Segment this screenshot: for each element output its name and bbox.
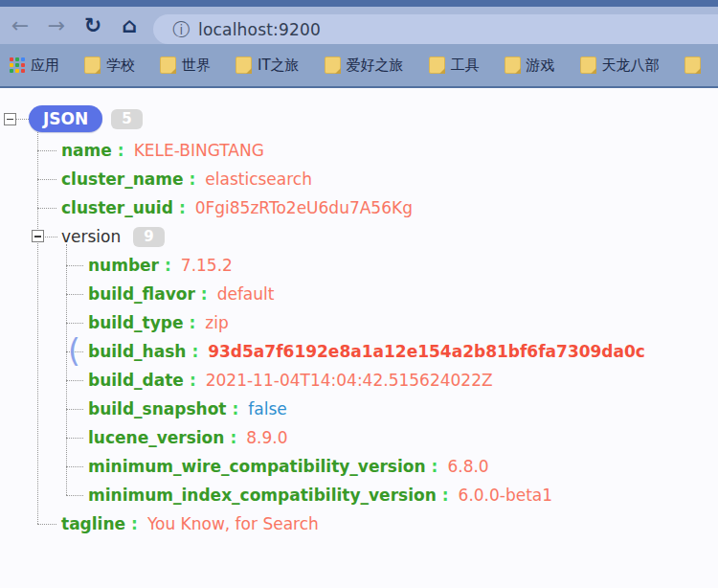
bookmark-item-partial[interactable] [684, 57, 701, 74]
folder-icon [684, 57, 701, 74]
bookmark-label: 学校 [106, 57, 135, 75]
key-value-colon: : [179, 198, 186, 217]
key-value-colon: : [131, 514, 138, 533]
bookmark-item-爱好之旅[interactable]: 爱好之旅 [325, 57, 404, 75]
json-value: 7.15.2 [181, 256, 233, 275]
bookmark-item-应用[interactable]: 应用 [10, 57, 59, 75]
key-value-colon: : [442, 486, 449, 505]
tree-connector [66, 380, 83, 381]
tree-row-tagline: tagline:You Know, for Search [0, 509, 718, 538]
key-value-colon: : [230, 428, 236, 447]
tree-connector [66, 495, 83, 496]
json-value: 8.9.0 [246, 428, 287, 447]
key-value-colon: : [118, 141, 124, 160]
apps-grid-icon [10, 57, 25, 73]
json-value: 6.0.0-beta1 [459, 486, 553, 505]
tree-row-minimum_wire_compatibility_version: minimum_wire_compatibility_version:6.8.0 [0, 452, 718, 481]
tree-row-cluster_name: cluster_name:elasticsearch [0, 165, 718, 193]
folder-icon [505, 57, 521, 74]
tree-connector [37, 524, 56, 525]
bookmark-item-世界[interactable]: 世界 [160, 57, 211, 75]
tree-row-build_snapshot: build_snapshot:false [0, 395, 718, 423]
tree-connector [66, 409, 83, 410]
folder-icon [580, 57, 596, 74]
json-key: cluster_name [61, 170, 183, 189]
bookmark-item-天龙八部[interactable]: 天龙八部 [580, 57, 660, 75]
collapse-toggle-root[interactable] [4, 113, 16, 125]
key-value-colon: : [189, 170, 195, 189]
folder-icon [429, 57, 445, 74]
json-key: build_type [88, 313, 184, 332]
tree-connector [66, 438, 83, 439]
tree-connector [37, 150, 56, 151]
json-key: cluster_uuid [61, 198, 173, 217]
bookmark-label: 游戏 [527, 57, 555, 75]
json-value: false [248, 399, 286, 418]
node-count-badge: 9 [133, 227, 164, 247]
browser-toolbar: ← → ↻ ⌂ ⓘ localhost:9200 [0, 7, 718, 44]
tree-row-number: number:7.15.2 [0, 251, 718, 280]
json-key: number [88, 256, 159, 275]
bookmark-label: 世界 [182, 57, 211, 75]
bookmark-item-IT之旅[interactable]: IT之旅 [236, 57, 300, 75]
bookmarks-bar: 应用学校世界IT之旅爱好之旅工具游戏天龙八部 [0, 44, 718, 88]
tree-connector [16, 119, 29, 120]
json-value: 2021-11-04T14:04:42.515624022Z [206, 371, 493, 390]
collapse-toggle-version[interactable] [32, 230, 44, 242]
bookmark-label: 应用 [31, 57, 59, 75]
key-value-colon: : [190, 371, 196, 390]
url-text: localhost:9200 [198, 20, 321, 39]
bookmark-label: 天龙八部 [602, 57, 660, 75]
tree-row-build_flavor: build_flavor:default [0, 280, 718, 308]
tree-row-build_hash: (build_hash:93d5a7f6192e8a1a12e154a2b81b… [0, 337, 718, 366]
tree-connector [37, 179, 56, 180]
folder-icon [325, 57, 341, 74]
json-value: 0Fgi85zRTo2eU6du7A56Kg [195, 198, 413, 217]
address-bar[interactable]: ⓘ localhost:9200 [153, 14, 718, 44]
tree-connector [37, 208, 56, 209]
root-count-badge: 5 [111, 109, 142, 129]
bracket-highlight-mark: ( [68, 334, 80, 369]
folder-icon [84, 57, 101, 74]
key-value-colon: : [232, 399, 238, 418]
tree-row-minimum_index_compatibility_version: minimum_index_compatibility_version:6.0.… [0, 481, 718, 509]
tree-connector [66, 323, 83, 324]
json-root-badge[interactable]: JSON [29, 105, 102, 132]
bookmark-label: 爱好之旅 [347, 57, 404, 75]
bookmark-item-工具[interactable]: 工具 [429, 57, 480, 75]
bookmark-label: 工具 [451, 57, 480, 75]
tree-row-cluster_uuid: cluster_uuid:0Fgi85zRTo2eU6du7A56Kg [0, 193, 718, 222]
bookmark-item-学校[interactable]: 学校 [84, 57, 135, 75]
bookmark-item-游戏[interactable]: 游戏 [505, 57, 555, 75]
json-value: default [217, 284, 275, 304]
tree-row-build_date: build_date:2021-11-04T14:04:42.515624022… [0, 366, 718, 395]
back-icon[interactable]: ← [8, 15, 33, 36]
json-key: build_snapshot [88, 399, 226, 418]
json-value: zip [205, 313, 228, 332]
json-value: KELE-BINGTANG [134, 141, 264, 160]
tree-connector [66, 466, 83, 467]
tree-node-version: version9 [0, 222, 718, 251]
json-key: tagline [61, 514, 125, 533]
node-label: version [61, 227, 121, 246]
key-value-colon: : [201, 284, 208, 304]
json-key: minimum_index_compatibility_version [88, 486, 437, 505]
tree-row-build_type: build_type:zip [0, 308, 718, 337]
tree-root-row: JSON 5 [4, 105, 143, 132]
refresh-icon[interactable]: ↻ [80, 15, 105, 36]
window-title-strip [0, 0, 718, 7]
key-value-colon: : [165, 256, 171, 275]
site-info-icon[interactable]: ⓘ [172, 21, 190, 38]
json-value: 93d5a7f6192e8a1a12e154a2b81bf6fa7309da0c [208, 342, 645, 361]
key-value-colon: : [191, 342, 198, 361]
tree-row-name: name:KELE-BINGTANG [0, 136, 718, 165]
bookmark-label: IT之旅 [258, 57, 300, 75]
json-key: lucene_version [88, 428, 224, 447]
key-value-colon: : [432, 457, 438, 476]
json-key: build_hash [88, 342, 186, 361]
json-key: minimum_wire_compatibility_version [88, 457, 426, 476]
forward-icon[interactable]: → [44, 15, 69, 36]
home-icon[interactable]: ⌂ [117, 15, 142, 36]
tree-connector [45, 237, 57, 237]
json-value: 6.8.0 [447, 457, 488, 476]
